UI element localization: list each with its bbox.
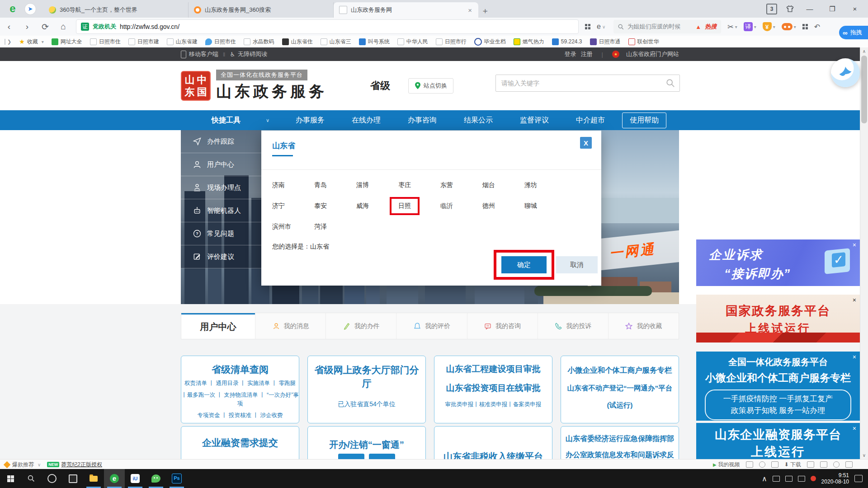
hidden-icons-chevron[interactable]: ∧	[762, 474, 767, 483]
tab-my-reviews[interactable]: 我的评价	[396, 313, 467, 339]
minimize-button[interactable]: —	[803, 5, 816, 13]
gov-portal-link[interactable]: 山东省政府门户网站	[626, 50, 679, 58]
sidebar-item-user-center[interactable]: 用户中心	[181, 153, 261, 176]
bookmark-item[interactable]: 山东省住	[282, 38, 313, 46]
card-links[interactable]: 专项资金 丨 投资核准 丨 涉企收费	[181, 411, 299, 420]
hot-search-tag[interactable]: 热搜	[705, 23, 717, 31]
banner-integrated-platform[interactable]: × 全国一体化政务服务平台 小微企业和个体工商户服务专栏 一手抓疫情防控 一手抓…	[696, 352, 860, 421]
bookmark-item[interactable]: 日照市建	[128, 38, 159, 46]
tab-360-search[interactable]: 山东政务服务网_360搜索	[189, 2, 334, 18]
recently-closed-icon[interactable]: ↶	[814, 23, 820, 31]
tab-close-icon[interactable]: ×	[467, 6, 473, 14]
floating-bird-logo[interactable]	[831, 58, 860, 87]
bookmark-item[interactable]: 叫号系统	[359, 38, 390, 46]
booster-icon[interactable]	[771, 461, 778, 468]
city-linyi[interactable]: 临沂	[440, 196, 482, 216]
login-link[interactable]: 登录	[565, 50, 576, 58]
scrollbar-thumb[interactable]	[861, 56, 867, 123]
speed-dial-icon[interactable]: ➤	[24, 3, 36, 15]
banner-financing-platform[interactable]: × 山东企业融资服务平台 上线运行	[696, 423, 860, 459]
city-heze[interactable]: 菏泽	[314, 216, 356, 237]
city-qingdao[interactable]: 青岛	[314, 175, 356, 196]
promo-caret-icon[interactable]: ∨	[38, 462, 41, 467]
translate-icon[interactable]: 译	[744, 22, 753, 31]
card-links[interactable]: 权责清单 丨 通用目录 丨 实施清单 丨 零跑腿	[181, 379, 299, 388]
extensions-grid-icon[interactable]	[802, 24, 808, 29]
card-checklist[interactable]: 省级清单查阅 权责清单 丨 通用目录 丨 实施清单 丨 零跑腿 丨最多跑一次 丨…	[181, 356, 299, 423]
nav-item-agency[interactable]: 中介超市	[576, 116, 605, 125]
close-button[interactable]: ×	[848, 5, 862, 13]
bookmark-item[interactable]: 水晶数码	[244, 38, 274, 46]
scissors-dropdown-icon[interactable]: ▾	[735, 24, 737, 29]
wechat-button[interactable]	[146, 469, 166, 488]
hot-search-text[interactable]: 为姐姐们应援的时候	[627, 23, 692, 31]
nav-item-online[interactable]: 在线办理	[352, 116, 381, 125]
card-links[interactable]: 审批类申报丨核准类申报丨备案类申报	[434, 400, 552, 409]
card-links[interactable]: 丨最多跑一次 丨 支持物流清单 丨 “一次办好”事项	[181, 391, 299, 408]
card-dept-hall[interactable]: 省级网上政务大厅部门分厅 已入驻省直54个单位	[307, 356, 426, 423]
mode-dropdown-icon[interactable]: ∨	[602, 24, 605, 29]
nav-item-consult[interactable]: 办事咨询	[408, 116, 437, 125]
refresh-tool-icon[interactable]	[759, 461, 765, 468]
file-explorer-button[interactable]	[83, 469, 104, 488]
tab-my-messages[interactable]: 我的消息	[255, 313, 326, 339]
city-yantai[interactable]: 烟台	[482, 175, 524, 196]
download-manager-button[interactable]: ⬇ 下载	[784, 461, 801, 469]
city-binzhou[interactable]: 滨州市	[272, 216, 314, 237]
site-switch-button[interactable]: 站点切换	[408, 78, 453, 94]
volume-tray-icon[interactable]	[798, 476, 805, 482]
city-rizhao-highlighted[interactable]: 日照	[398, 196, 440, 216]
site-category-label[interactable]: 党政机关	[93, 23, 116, 31]
city-jining[interactable]: 济宁	[272, 196, 314, 216]
register-link[interactable]: 注册	[581, 50, 593, 58]
bookmark-item[interactable]: 日照市通	[590, 38, 621, 46]
tab-count-box[interactable]: 3	[766, 4, 777, 14]
shield-dropdown-icon[interactable]: ▾	[773, 24, 775, 29]
start-button[interactable]	[0, 469, 21, 488]
photoshop-button[interactable]: Ps	[166, 469, 187, 488]
url-text[interactable]: http://zwfw.sd.gov.cn/	[120, 23, 179, 30]
game-center-icon[interactable]	[782, 23, 793, 30]
sidebar-item-tracking[interactable]: 办件跟踪	[181, 130, 261, 153]
confirm-button[interactable]: 确定	[501, 256, 547, 273]
new-tab-button[interactable]: ＋	[478, 4, 492, 18]
modal-close-button[interactable]: X	[580, 137, 592, 149]
bookmark-item[interactable]: 山东省三	[321, 38, 351, 46]
translate-dropdown-icon[interactable]: ▾	[754, 24, 756, 29]
bookmark-item[interactable]: 59.224.3	[552, 38, 582, 45]
apps-grid-icon[interactable]	[585, 24, 590, 29]
promo-label[interactable]: 爆款推荐	[12, 461, 34, 469]
bookmarks-panel-toggle-icon[interactable]: ❯	[5, 39, 11, 45]
wallet-shield-icon[interactable]: ¥	[763, 22, 772, 31]
screenshot-scissors-icon[interactable]: ✂	[727, 23, 733, 31]
tab-zwfw-active[interactable]: 山东政务服务网 ×	[334, 2, 478, 18]
address-bar[interactable]: 证 党政机关 http://zwfw.sd.gov.cn/	[76, 19, 579, 34]
nav-item-results[interactable]: 结果公示	[464, 116, 493, 125]
card-small-business[interactable]: 小微企业和个体工商户服务专栏 山东省不动产登记“一网通办”平台 (试运行)	[561, 356, 679, 423]
refresh-icon[interactable]: ⟳	[36, 22, 54, 32]
cancel-button[interactable]: 取消	[556, 256, 598, 273]
scroll-up-icon[interactable]: ∧	[860, 49, 868, 54]
home-icon[interactable]: ⌂	[54, 22, 72, 32]
close-icon[interactable]: ×	[853, 425, 856, 432]
browser-360-logo-icon[interactable]: e	[7, 4, 18, 14]
bookmark-item[interactable]: 中华人民	[397, 38, 428, 46]
iu-app-button[interactable]: iU	[125, 469, 146, 488]
menu-icon[interactable]	[845, 461, 853, 468]
tab-user-center[interactable]: 用户中心	[181, 313, 255, 339]
mobile-client-link[interactable]: 移动客户端	[189, 50, 218, 58]
card-financing[interactable]: 企业融资需求提交 复工复产企业备案(试行)	[181, 426, 299, 459]
speaker-icon[interactable]	[833, 461, 840, 468]
page-scrollbar[interactable]: ∧ ∨	[860, 47, 868, 459]
window-tool-icon[interactable]	[807, 461, 814, 468]
baidu-netdisk-drag-badge[interactable]: ∞ 拖拽	[839, 26, 868, 39]
nav-item-help[interactable]: 使用帮助	[622, 113, 666, 128]
game-dropdown-icon[interactable]: ▾	[794, 24, 796, 29]
monitor-tool-icon[interactable]	[820, 461, 827, 468]
browser-mode-icon[interactable]: e	[597, 23, 601, 31]
my-video-button[interactable]: ▶我的视频	[713, 461, 740, 469]
task-view-button[interactable]	[62, 469, 83, 488]
card-one-window[interactable]: 开办/注销“一窗通”	[307, 426, 426, 459]
bookmark-item[interactable]: 日照市行	[436, 38, 467, 46]
site-brand[interactable]: 全国一体化在线政务服务平台 山东政务服务	[216, 70, 327, 102]
